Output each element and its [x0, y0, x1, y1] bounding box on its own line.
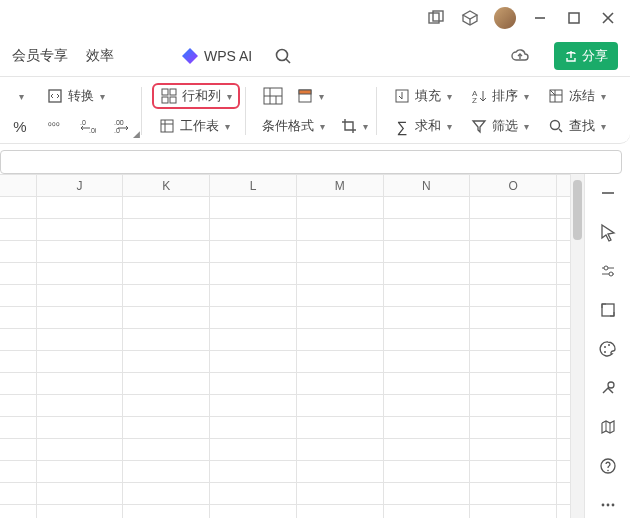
tools-icon[interactable]: [593, 376, 623, 401]
dec-decrease-icon[interactable]: .0.00: [74, 113, 102, 139]
cell[interactable]: [210, 505, 297, 519]
cell[interactable]: [123, 307, 210, 329]
cell[interactable]: [210, 373, 297, 395]
cell[interactable]: [0, 351, 36, 373]
cell[interactable]: [0, 285, 36, 307]
cell[interactable]: [210, 241, 297, 263]
cell[interactable]: [296, 307, 383, 329]
cell[interactable]: [557, 373, 570, 395]
cell[interactable]: [470, 307, 557, 329]
sum-button[interactable]: ∑ 求和▾: [387, 113, 458, 139]
palette-icon[interactable]: [593, 336, 623, 361]
cell[interactable]: [470, 241, 557, 263]
cell[interactable]: [383, 351, 470, 373]
borders-button[interactable]: ▾: [296, 83, 324, 109]
minus-icon[interactable]: [593, 180, 623, 205]
cell[interactable]: [0, 439, 36, 461]
cell[interactable]: [36, 307, 123, 329]
sliders-icon[interactable]: [593, 258, 623, 283]
cell[interactable]: [123, 483, 210, 505]
cell[interactable]: [210, 285, 297, 307]
cell[interactable]: [0, 505, 36, 519]
cell[interactable]: [0, 329, 36, 351]
cell[interactable]: [296, 417, 383, 439]
cell[interactable]: [383, 219, 470, 241]
cell[interactable]: [383, 461, 470, 483]
cell[interactable]: [123, 461, 210, 483]
cell[interactable]: [0, 417, 36, 439]
cell[interactable]: [470, 285, 557, 307]
cell[interactable]: [557, 417, 570, 439]
cube-icon[interactable]: [454, 2, 486, 34]
cell[interactable]: [296, 329, 383, 351]
cell[interactable]: [36, 351, 123, 373]
cell[interactable]: [383, 263, 470, 285]
find-button[interactable]: 查找▾: [541, 113, 612, 139]
worksheet-button[interactable]: 工作表▾: [152, 113, 236, 139]
cell[interactable]: [123, 241, 210, 263]
spreadsheet-grid[interactable]: JKLMNOP: [0, 174, 570, 518]
cell[interactable]: [0, 395, 36, 417]
cell[interactable]: [383, 285, 470, 307]
cell[interactable]: [557, 263, 570, 285]
cell[interactable]: [296, 461, 383, 483]
more-icon[interactable]: [593, 493, 623, 518]
column-header[interactable]: J: [36, 175, 123, 197]
column-header[interactable]: N: [383, 175, 470, 197]
thousands-icon[interactable]: ⁰⁰⁰: [40, 113, 68, 139]
map-icon[interactable]: [593, 415, 623, 440]
cell[interactable]: [36, 483, 123, 505]
cell[interactable]: [296, 483, 383, 505]
search-icon[interactable]: [274, 47, 292, 65]
cell[interactable]: [470, 373, 557, 395]
cell[interactable]: [470, 505, 557, 519]
ribbon-expand-icon[interactable]: ◢: [133, 129, 140, 139]
column-header[interactable]: L: [210, 175, 297, 197]
maximize-icon[interactable]: [558, 2, 590, 34]
cursor-icon[interactable]: [593, 219, 623, 244]
cell[interactable]: [0, 197, 36, 219]
cell[interactable]: [210, 219, 297, 241]
cell[interactable]: [557, 483, 570, 505]
cell[interactable]: [0, 373, 36, 395]
cell[interactable]: [557, 285, 570, 307]
cell[interactable]: [0, 461, 36, 483]
cell[interactable]: [36, 439, 123, 461]
menu-efficiency[interactable]: 效率: [86, 47, 114, 65]
cell[interactable]: [0, 263, 36, 285]
cell[interactable]: [123, 285, 210, 307]
cell[interactable]: [383, 307, 470, 329]
cell[interactable]: [210, 461, 297, 483]
cell[interactable]: [470, 417, 557, 439]
cell[interactable]: [36, 417, 123, 439]
cell[interactable]: [36, 461, 123, 483]
cloud-sync-icon[interactable]: [504, 40, 536, 72]
column-header[interactable]: P: [557, 175, 570, 197]
cell[interactable]: [557, 439, 570, 461]
cell[interactable]: [557, 461, 570, 483]
dropdown-a[interactable]: ▾: [6, 83, 34, 109]
cell[interactable]: [36, 285, 123, 307]
freeze-button[interactable]: 冻结▾: [541, 83, 612, 109]
column-header[interactable]: K: [123, 175, 210, 197]
cell[interactable]: [123, 417, 210, 439]
cell[interactable]: [383, 197, 470, 219]
cell[interactable]: [36, 197, 123, 219]
cell[interactable]: [210, 307, 297, 329]
cell[interactable]: [470, 329, 557, 351]
cell[interactable]: [36, 219, 123, 241]
cell[interactable]: [557, 219, 570, 241]
column-header[interactable]: O: [470, 175, 557, 197]
help-icon[interactable]: [593, 454, 623, 479]
fullscreen-icon[interactable]: [593, 297, 623, 322]
cell[interactable]: [296, 197, 383, 219]
dec-increase-icon[interactable]: .00.0: [108, 113, 136, 139]
cell[interactable]: [557, 505, 570, 519]
cell[interactable]: [470, 439, 557, 461]
cell[interactable]: [123, 219, 210, 241]
cell[interactable]: [296, 439, 383, 461]
cell[interactable]: [557, 307, 570, 329]
cell[interactable]: [470, 263, 557, 285]
cell[interactable]: [557, 351, 570, 373]
cell[interactable]: [296, 285, 383, 307]
